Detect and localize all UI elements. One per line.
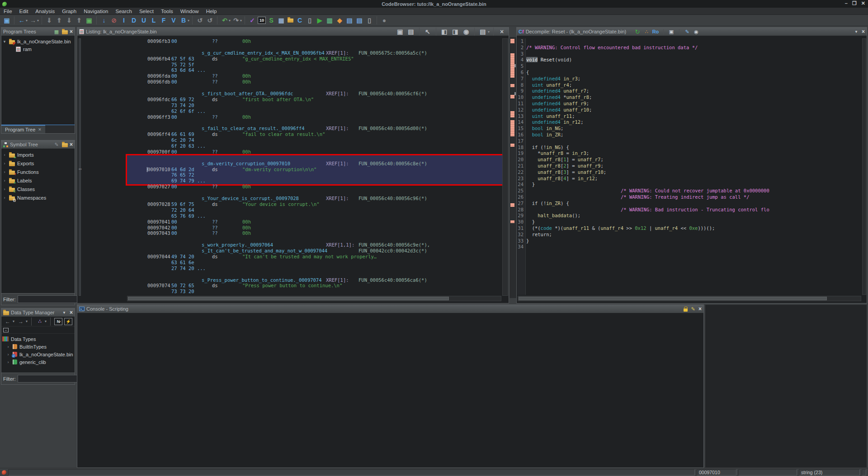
decompile-line[interactable]: 27 if (!in_ZR) { bbox=[517, 201, 862, 207]
snapshot-icon[interactable]: ◉ bbox=[462, 27, 471, 36]
listing-row[interactable]: 63 61 6e bbox=[127, 260, 501, 266]
symbol-tree-header[interactable]: Symbol Tree ✎ × bbox=[1, 140, 75, 149]
edit-icon[interactable]: ✎ bbox=[689, 306, 697, 312]
dtm-header[interactable]: Data Type Manager ▼ × bbox=[1, 308, 75, 317]
symbol-tree-item-exports[interactable]: ›Exports bbox=[2, 159, 74, 168]
menu-edit[interactable]: Edit bbox=[16, 8, 32, 15]
edit-icon[interactable]: ✎ bbox=[684, 28, 691, 35]
chevron-down-icon[interactable]: ▼ bbox=[853, 28, 860, 35]
decompile-line[interactable]: 13 uint unaff_r11; bbox=[517, 113, 862, 120]
conflict-mode-icon[interactable]: ∴ bbox=[35, 317, 44, 326]
decompile-line[interactable]: 10 undefined4 *unaff_r8; bbox=[517, 94, 862, 101]
close-icon[interactable]: × bbox=[70, 28, 73, 35]
listing-row[interactable]: s_first_boot_after_OTA._00096fdcXREF[1]:… bbox=[127, 91, 501, 97]
change-marker[interactable] bbox=[510, 220, 514, 223]
format-B-icon[interactable]: B bbox=[179, 16, 188, 25]
open-folder-icon[interactable] bbox=[62, 30, 68, 34]
decompile-line[interactable]: 3 bbox=[517, 51, 862, 57]
dtm-item-builtintypes[interactable]: ›BuiltInTypes bbox=[2, 343, 74, 350]
redo-icon[interactable]: ↷ bbox=[231, 16, 241, 25]
scroll-lock-icon[interactable] bbox=[684, 308, 688, 312]
chevron-down-icon[interactable]: ▼ bbox=[61, 309, 68, 316]
listing-row[interactable] bbox=[127, 271, 501, 277]
close-icon[interactable]: × bbox=[497, 27, 506, 36]
listing-row[interactable]: 6f 20 63 ... bbox=[127, 143, 501, 149]
format-F-icon[interactable]: F bbox=[159, 16, 168, 25]
script-icon[interactable]: S bbox=[267, 16, 276, 25]
listing-row[interactable]: 00096fda00??00h bbox=[127, 73, 501, 79]
decompile-line[interactable]: 29 halt_baddata(); bbox=[517, 213, 862, 219]
disable-icon[interactable]: ⊘ bbox=[109, 16, 118, 25]
listing-row[interactable]: 0009707450 72 65ds"Press power button to… bbox=[127, 283, 501, 289]
validate-icon[interactable]: ✓ bbox=[248, 16, 257, 25]
listing-row[interactable]: 0009704200??00h bbox=[127, 225, 501, 231]
decompile-line[interactable]: 26/* WARNING: Treating indirect jump as … bbox=[517, 194, 862, 201]
tab-program-tree[interactable]: Program Tree ✕ bbox=[1, 125, 46, 133]
menu-file[interactable]: File bbox=[0, 8, 16, 15]
listing-row[interactable]: 75 72 5f bbox=[127, 62, 501, 68]
program-trees-header[interactable]: Program Trees ▦ × bbox=[1, 28, 75, 36]
filter-pointers-icon[interactable]: ⚡ bbox=[64, 318, 72, 325]
export-icon[interactable]: ⇑ bbox=[55, 16, 64, 25]
decompile-line[interactable]: 8 uint unaff_r4; bbox=[517, 82, 862, 89]
listing-row[interactable] bbox=[127, 190, 501, 196]
selection-icon[interactable]: ▣ bbox=[85, 16, 94, 25]
decompile-line[interactable]: 21 unaff_r8[2] = unaff_r9; bbox=[517, 163, 862, 169]
listing-format-icon[interactable]: ▤ bbox=[478, 27, 487, 36]
scrollbar-thumb[interactable] bbox=[519, 297, 827, 300]
decompile-line[interactable]: 4void Reset(void) bbox=[517, 57, 862, 63]
change-marker[interactable] bbox=[510, 84, 514, 87]
undo-icon[interactable]: ↶ bbox=[220, 16, 229, 25]
listing-row[interactable]: 0009704449 74 20ds"It can't be trusted a… bbox=[127, 254, 501, 260]
chevron-down-icon[interactable]: ▾ bbox=[2, 39, 7, 44]
clipboard-b-icon[interactable]: ▯ bbox=[365, 16, 374, 25]
collapse-all-icon[interactable]: – bbox=[3, 328, 9, 332]
listing-row[interactable]: s_Your_device_is_corrupt._00097028XREF[1… bbox=[127, 196, 501, 201]
format-L-icon[interactable]: L bbox=[149, 16, 158, 25]
close-icon[interactable]: × bbox=[698, 306, 702, 312]
change-marker[interactable] bbox=[510, 144, 514, 147]
decompile-line[interactable]: 12 undefined4 unaff_r10; bbox=[517, 107, 862, 113]
clear-code-icon[interactable]: C bbox=[295, 16, 304, 25]
filter-arrays-icon[interactable]: N̷ bbox=[54, 318, 62, 325]
listing-row[interactable]: s_fail_to_clear_ota_result._00096ff4XREF… bbox=[127, 126, 501, 131]
copy-icon[interactable]: ▣ bbox=[396, 27, 405, 36]
listing-row[interactable]: 0009704100??00h bbox=[127, 219, 501, 225]
console-output[interactable] bbox=[78, 316, 703, 467]
goto-folder-icon[interactable] bbox=[62, 143, 68, 147]
listing-row[interactable]: 65 76 69 ... bbox=[127, 213, 501, 219]
decompile-line[interactable]: 17 bbox=[517, 138, 862, 145]
listing-row[interactable] bbox=[127, 120, 501, 126]
decompile-line[interactable]: 22 unaff_r8[3] = unaff_r10; bbox=[517, 169, 862, 176]
listing-row[interactable]: 62 6f 6f ... bbox=[127, 108, 501, 114]
listing-row[interactable]: 0009701064 6d 2dds"dm-verity corruption\… bbox=[127, 167, 501, 173]
listing-row[interactable]: 76 65 72 bbox=[127, 172, 501, 178]
menu-select[interactable]: Select bbox=[136, 8, 157, 15]
close-icon[interactable]: × bbox=[862, 28, 865, 35]
decompile-line[interactable]: 14 undefined4 in_r12; bbox=[517, 119, 862, 126]
listing-row[interactable]: 00096ff466 61 69ds"fail to clear ota res… bbox=[127, 131, 501, 137]
decompile-line[interactable]: 1 bbox=[517, 38, 862, 45]
decompile-line[interactable]: 2/* WARNING: Control flow encountered ba… bbox=[517, 45, 862, 51]
listing-row[interactable]: 00096ff300??00h bbox=[127, 114, 501, 120]
change-marker[interactable] bbox=[510, 203, 514, 207]
change-marker[interactable] bbox=[510, 95, 514, 98]
symbol-tree-item-labels[interactable]: ›●Labels bbox=[2, 176, 74, 185]
import-icon[interactable]: ⇓ bbox=[45, 16, 54, 25]
close-button[interactable]: ✕ bbox=[861, 0, 865, 6]
scrollbar-thumb[interactable] bbox=[128, 297, 449, 300]
diff-right-icon[interactable]: ◨ bbox=[451, 27, 460, 36]
dtm-root[interactable]: Data Types bbox=[2, 335, 74, 343]
dropdown-caret-icon[interactable]: ▾ bbox=[37, 19, 39, 23]
listing-row[interactable]: 00096fb467 5f 63ds"g_cur_cmdline_entry_i… bbox=[127, 56, 501, 62]
table-view-icon[interactable]: ▦ bbox=[277, 16, 286, 25]
ro-toggle[interactable]: Ro bbox=[652, 28, 659, 35]
listing-row[interactable]: 0009702700??00h bbox=[127, 184, 501, 190]
decompile-hscrollbar[interactable] bbox=[518, 296, 861, 301]
menu-navigation[interactable]: Navigation bbox=[80, 8, 112, 15]
listing-row[interactable]: 0009704300??00h bbox=[127, 230, 501, 236]
nav-back-icon[interactable]: ← bbox=[17, 16, 26, 25]
world-icon[interactable]: ● bbox=[380, 16, 389, 25]
decompile-line[interactable]: 23 unaff_r8[4] = in_r12; bbox=[517, 176, 862, 182]
decompile-line[interactable]: 11 undefined4 unaff_r9; bbox=[517, 101, 862, 107]
